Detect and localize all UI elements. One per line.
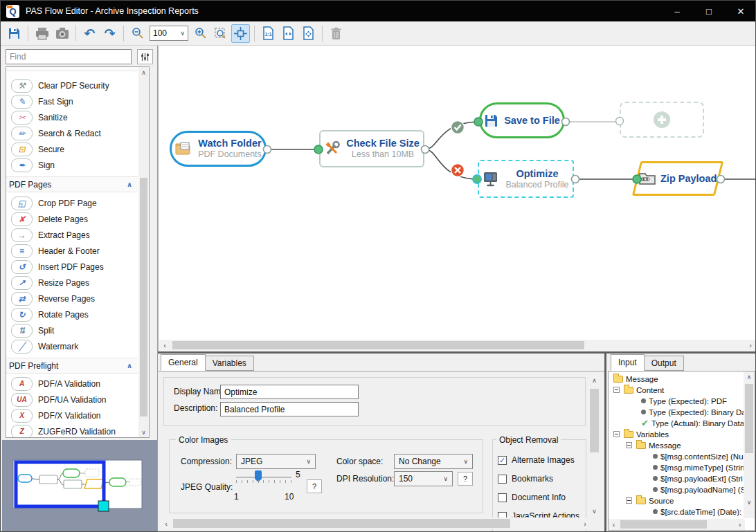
tool-item-header-footer[interactable]: ≡Header & Footer: [6, 243, 138, 259]
zoom-out-button[interactable]: [128, 24, 147, 43]
scroll-left-arrow-icon[interactable]: ‹: [159, 340, 170, 351]
scroll-down-arrow-icon[interactable]: ∨: [744, 497, 755, 507]
tree-item-type-expected-pdf[interactable]: Type (Expected): PDF: [641, 396, 727, 406]
tree-item-msg-contentsize[interactable]: $[msg.contentSize] (Nu: [653, 451, 744, 461]
tab-variables[interactable]: Variables: [205, 356, 254, 371]
pan-mode-button[interactable]: [231, 24, 250, 43]
scroll-left-arrow-icon[interactable]: ‹: [609, 519, 619, 530]
save-button[interactable]: [5, 24, 24, 43]
scrollbar-thumb[interactable]: [745, 384, 753, 453]
tree-item-content[interactable]: Content: [613, 385, 664, 395]
tool-item-pdfa-validation[interactable]: APDF/A Validation: [6, 376, 138, 392]
checkbox-alternate-images[interactable]: ✓ Alternate Images: [498, 455, 575, 465]
snapshot-button[interactable]: [53, 24, 71, 43]
fit-page-button[interactable]: [299, 24, 318, 43]
maximize-button[interactable]: □: [693, 1, 725, 21]
delete-button[interactable]: [327, 24, 345, 43]
io-h-scrollbar[interactable]: ‹ ›: [609, 519, 745, 530]
zoom-in-button[interactable]: [191, 24, 210, 43]
scrollbar-thumb[interactable]: [173, 519, 510, 528]
palette-scrollbar[interactable]: ∧ ∨: [138, 67, 149, 437]
collapse-expander-icon[interactable]: [626, 442, 632, 448]
scroll-down-arrow-icon[interactable]: ∨: [588, 506, 600, 517]
undo-button[interactable]: ↶: [80, 24, 99, 43]
tool-item-split[interactable]: ⇅Split: [6, 322, 138, 338]
tool-item-clear-pdf-security[interactable]: ⚒Clear PDF Security: [6, 77, 138, 93]
scroll-down-arrow-icon[interactable]: ∨: [138, 427, 149, 437]
node-check-file-size[interactable]: Check File SizeLess than 10MB: [319, 130, 424, 167]
scrollbar-thumb[interactable]: [172, 341, 584, 349]
checkbox-document-info[interactable]: Document Info: [498, 493, 566, 502]
tree-item-source[interactable]: Source: [626, 495, 674, 506]
filter-options-button[interactable]: [137, 49, 153, 64]
scroll-right-arrow-icon[interactable]: ›: [745, 340, 756, 351]
scroll-right-arrow-icon[interactable]: ›: [579, 517, 591, 529]
tool-item-rotate-pages[interactable]: ↻Rotate Pages: [6, 306, 138, 322]
close-button[interactable]: ✕: [725, 1, 756, 21]
node-zip-payload[interactable]: Zip Payload: [632, 161, 723, 196]
color-space-combo[interactable]: No Change ∨: [394, 454, 473, 469]
properties-h-scrollbar[interactable]: ‹ ›: [161, 517, 591, 529]
tool-item-resize-pages[interactable]: ↗Resize Pages: [6, 275, 138, 291]
tree-item-variables[interactable]: Variables: [613, 429, 669, 439]
tab-input[interactable]: Input: [611, 354, 645, 371]
tool-item-watermark[interactable]: ╱Watermark: [6, 338, 138, 354]
scroll-left-arrow-icon[interactable]: ‹: [161, 517, 172, 529]
scroll-up-arrow-icon[interactable]: ∧: [588, 375, 600, 386]
node-watch-folder[interactable]: Watch FolderPDF Documents: [170, 131, 267, 167]
collapse-expander-icon[interactable]: [626, 497, 632, 504]
section-header-pdf-preflight[interactable]: PDF Preflight ∧: [6, 358, 138, 374]
scrollbar-thumb[interactable]: [620, 520, 707, 529]
tool-item-delete-pages[interactable]: ✘Delete Pages: [6, 211, 138, 227]
scroll-up-arrow-icon[interactable]: ∧: [744, 372, 755, 382]
scrollbar-thumb[interactable]: [590, 389, 599, 452]
tree-item-msg-mimetype[interactable]: $[msg.mimeType] (Strin: [653, 462, 744, 473]
jpeg-quality-slider[interactable]: [236, 477, 291, 478]
compression-combo[interactable]: JPEG ∨: [236, 454, 316, 469]
tree-item-msg-payloadname[interactable]: $[msg.payloadName] (S: [653, 484, 746, 495]
collapse-expander-icon[interactable]: [613, 387, 620, 393]
dpi-resolution-combo[interactable]: 150 ∨: [394, 471, 453, 486]
flow-canvas[interactable]: Watch FolderPDF Documents Check File Siz…: [158, 46, 755, 351]
collapse-expander-icon[interactable]: [613, 431, 620, 437]
checkbox-bookmarks[interactable]: Bookmarks: [498, 474, 553, 484]
tool-item-crop-pdf-page[interactable]: ◱Crop PDF Page: [6, 195, 138, 211]
tab-general[interactable]: General: [161, 354, 206, 371]
fit-width-button[interactable]: [279, 24, 298, 43]
tool-item-insert-pdf-pages[interactable]: ↺Insert PDF Pages: [6, 259, 138, 275]
node-add-placeholder[interactable]: [620, 102, 704, 138]
tool-item-pdfua-validation[interactable]: UAPDF/UA Validation: [6, 392, 138, 407]
tool-item-extract-pages[interactable]: →Extract Pages: [6, 227, 138, 243]
tool-item-zugferd-validation[interactable]: ZZUGFeRD Validation: [6, 423, 138, 438]
dpi-help-button[interactable]: ?: [458, 472, 473, 486]
find-input[interactable]: [6, 49, 132, 64]
display-name-input[interactable]: [220, 385, 359, 399]
minimap-resize-handle[interactable]: [98, 501, 109, 511]
section-header-pdf-pages[interactable]: PDF Pages ∧: [6, 176, 138, 192]
quality-help-button[interactable]: ?: [307, 479, 322, 493]
print-button[interactable]: [33, 24, 51, 43]
description-input[interactable]: [220, 402, 359, 416]
tree-item-src-datetime[interactable]: $[src.dateTime] (Date):: [653, 506, 741, 517]
properties-v-scrollbar[interactable]: ∧ ∨: [588, 375, 600, 517]
tool-item-reverse-pages[interactable]: ⇄Reverse Pages: [6, 291, 138, 306]
minimap[interactable]: [2, 440, 157, 532]
scroll-right-arrow-icon[interactable]: ›: [735, 519, 745, 530]
tool-item-secure[interactable]: ⊡Secure: [6, 141, 138, 157]
actual-size-button[interactable]: 1:1: [259, 24, 278, 43]
minimize-button[interactable]: –: [661, 1, 693, 21]
scrollbar-thumb[interactable]: [140, 178, 147, 416]
tab-output[interactable]: Output: [644, 356, 684, 371]
canvas-h-scrollbar[interactable]: ‹ ›: [159, 340, 756, 351]
zoom-selection-button[interactable]: [211, 24, 230, 43]
tool-item-fast-sign[interactable]: ✎Fast Sign: [6, 93, 138, 109]
tool-item-pdfx-validation[interactable]: XPDF/X Validation: [6, 407, 138, 423]
tree-item-msg-payloadext[interactable]: $[msg.payloadExt] (Stri: [653, 473, 743, 484]
tree-item-type-actual-binary[interactable]: ✔Type (Actual): Binary Data: [641, 418, 744, 428]
io-v-scrollbar[interactable]: ∧ ∨: [744, 372, 755, 518]
tree-item-variables-message[interactable]: Message: [626, 440, 681, 450]
node-save-to-file[interactable]: Save to File: [479, 102, 565, 138]
tool-item-search-redact[interactable]: ✏Search & Redact: [6, 125, 138, 141]
tree-item-type-expected-binary[interactable]: Type (Expected): Binary Da: [641, 407, 746, 417]
tree-item-message[interactable]: Message: [613, 374, 658, 384]
